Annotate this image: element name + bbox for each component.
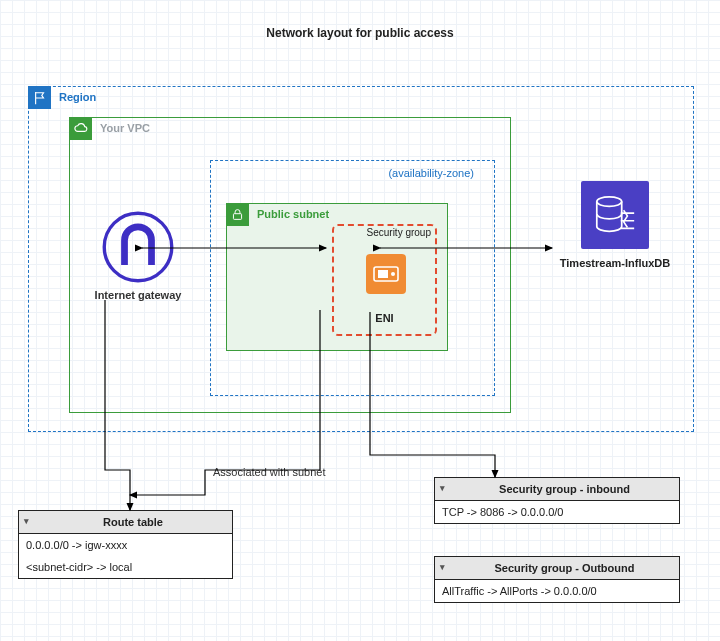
- timestream-influxdb: Timestream-InfluxDB: [555, 181, 675, 291]
- lock-icon: [226, 203, 249, 226]
- sg-outbound-table: Security group - Outbound AllTraffic -> …: [434, 556, 680, 603]
- availability-zone-box: (availability-zone) Public subnet Securi…: [210, 160, 495, 396]
- sg-outbound-row: AllTraffic -> AllPorts -> 0.0.0.0/0: [435, 580, 679, 602]
- sg-inbound-table: Security group - inbound TCP -> 8086 -> …: [434, 477, 680, 524]
- route-table: Route table 0.0.0.0/0 -> igw-xxxx <subne…: [18, 510, 233, 579]
- eni-label: ENI: [334, 312, 435, 324]
- route-table-title: Route table: [19, 511, 232, 534]
- az-label: (availability-zone): [388, 167, 474, 179]
- svg-point-4: [391, 272, 395, 276]
- cloud-icon: [69, 117, 92, 140]
- internet-gateway: Internet gateway: [90, 211, 186, 321]
- route-table-row: <subnet-cidr> -> local: [19, 556, 232, 578]
- security-group-label: Security group: [367, 227, 431, 238]
- svg-rect-1: [233, 214, 241, 220]
- public-subnet-box: Public subnet Security group ENI: [226, 203, 448, 351]
- eni-icon: [366, 254, 406, 294]
- svg-rect-3: [378, 270, 388, 278]
- sg-inbound-row: TCP -> 8086 -> 0.0.0.0/0: [435, 501, 679, 523]
- db-label: Timestream-InfluxDB: [555, 257, 675, 269]
- sg-outbound-title: Security group - Outbound: [435, 557, 679, 580]
- svg-point-5: [597, 197, 622, 207]
- diagram-title: Network layout for public access: [0, 26, 720, 40]
- database-icon: [581, 181, 649, 249]
- vpc-label: Your VPC: [100, 122, 150, 134]
- region-label: Region: [59, 91, 96, 103]
- igw-label: Internet gateway: [90, 289, 186, 301]
- sg-inbound-title: Security group - inbound: [435, 478, 679, 501]
- route-table-row: 0.0.0.0/0 -> igw-xxxx: [19, 534, 232, 556]
- association-note: Associated with subnet: [213, 466, 326, 478]
- region-box: Region Your VPC Internet gateway (availa…: [28, 86, 694, 432]
- security-group-box: Security group ENI: [332, 224, 437, 336]
- subnet-label: Public subnet: [257, 208, 329, 220]
- vpc-box: Your VPC Internet gateway (availability-…: [69, 117, 511, 413]
- flag-icon: [28, 86, 51, 109]
